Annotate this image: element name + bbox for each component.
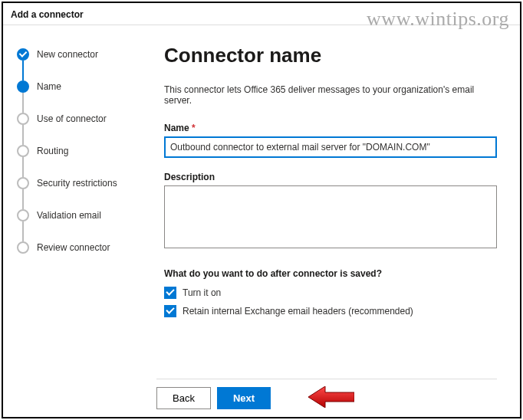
- step-name[interactable]: Name: [17, 80, 149, 93]
- step-connector-line: [22, 221, 24, 241]
- step-connector-line: [22, 189, 24, 209]
- step-connector-line: [22, 157, 24, 177]
- pending-step-icon: [17, 177, 29, 189]
- checkbox-checked-icon: [164, 305, 176, 317]
- main-panel: Connector name This connector lets Offic…: [156, 25, 520, 416]
- after-save-question: What do you want to do after connector i…: [164, 268, 497, 279]
- description-field-label: Description: [164, 172, 497, 182]
- step-label: Security restrictions: [37, 177, 117, 189]
- step-label: New connector: [37, 48, 98, 61]
- checkbox-label: Turn it on: [183, 287, 221, 298]
- checkbox-checked-icon: [164, 287, 176, 299]
- pending-step-icon: [17, 241, 29, 254]
- panel-title: Add a connector: [3, 3, 520, 25]
- step-label: Review connector: [37, 241, 110, 254]
- step-new-connector[interactable]: New connector: [17, 48, 149, 61]
- step-routing[interactable]: Routing: [17, 145, 149, 157]
- step-label: Name: [37, 80, 61, 93]
- step-security-restrictions[interactable]: Security restrictions: [17, 177, 149, 189]
- connector-name-input[interactable]: [164, 136, 497, 158]
- next-button[interactable]: Next: [217, 387, 271, 409]
- pending-step-icon: [17, 145, 29, 157]
- back-button[interactable]: Back: [156, 387, 211, 409]
- step-connector-line: [22, 93, 24, 113]
- checkbox-retain-headers[interactable]: Retain internal Exchange email headers (…: [164, 305, 497, 317]
- step-connector-line: [22, 125, 24, 145]
- checkbox-turn-it-on[interactable]: Turn it on: [164, 287, 497, 299]
- wizard-footer: Back Next: [156, 379, 497, 409]
- current-step-icon: [17, 80, 29, 93]
- step-review-connector[interactable]: Review connector: [17, 241, 149, 254]
- name-field-label: Name *: [164, 123, 497, 133]
- step-label: Use of connector: [37, 113, 107, 125]
- wizard-steps-sidebar: New connector Name Use of connector Rout…: [3, 25, 156, 416]
- pending-step-icon: [17, 113, 29, 125]
- step-connector-line: [22, 61, 24, 80]
- step-label: Routing: [37, 145, 68, 157]
- page-subtitle: This connector lets Office 365 deliver m…: [164, 84, 497, 106]
- connector-description-input[interactable]: [164, 185, 497, 248]
- step-use-of-connector[interactable]: Use of connector: [17, 113, 149, 125]
- pending-step-icon: [17, 209, 29, 221]
- step-validation-email[interactable]: Validation email: [17, 209, 149, 221]
- check-icon: [17, 48, 29, 61]
- checkbox-label: Retain internal Exchange email headers (…: [183, 306, 413, 317]
- step-label: Validation email: [37, 209, 101, 221]
- page-title: Connector name: [164, 44, 497, 67]
